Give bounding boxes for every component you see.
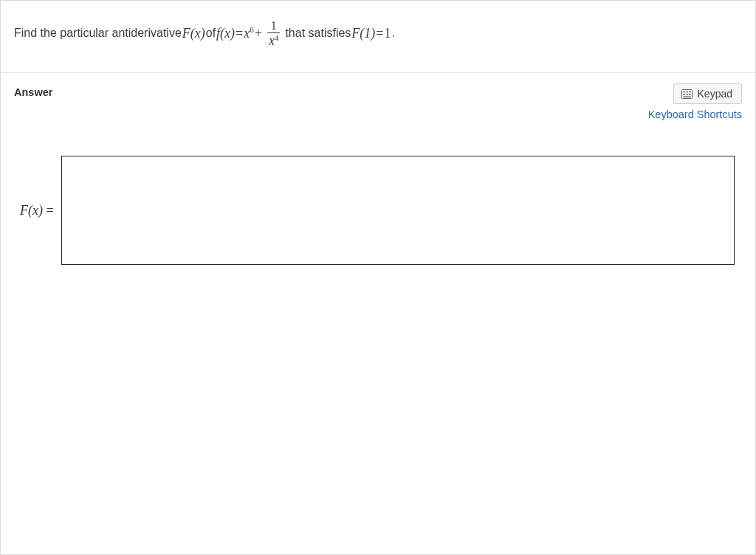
- math-F-of-x: F(x): [182, 24, 205, 43]
- svg-rect-4: [683, 94, 684, 95]
- question-panel: Find the particular antiderivative F(x) …: [1, 1, 755, 73]
- answer-input-prefix: F(x) =: [16, 203, 61, 218]
- math-fraction: 1 x4: [267, 20, 281, 47]
- problem-page: Find the particular antiderivative F(x) …: [0, 0, 756, 555]
- svg-rect-3: [689, 91, 690, 92]
- math-f-of-x: f(x): [216, 24, 235, 43]
- keypad-button[interactable]: Keypad: [673, 83, 742, 104]
- answer-panel: Answer: [1, 73, 755, 278]
- math-one: 1: [384, 24, 391, 43]
- fraction-numerator: 1: [269, 20, 278, 32]
- svg-rect-1: [683, 91, 684, 92]
- question-period: .: [391, 25, 394, 41]
- math-x6: x6: [244, 24, 254, 43]
- svg-rect-6: [689, 94, 690, 95]
- math-equals-1: =: [236, 24, 243, 43]
- keypad-icon: [681, 89, 693, 99]
- math-F-of-1: F(1): [351, 24, 375, 43]
- math-plus: +: [255, 24, 262, 43]
- svg-rect-5: [686, 94, 687, 95]
- keypad-button-label: Keypad: [698, 88, 732, 100]
- answer-input[interactable]: [61, 156, 735, 265]
- question-prefix: Find the particular antiderivative: [14, 25, 182, 41]
- answer-input-row: F(x) =: [14, 156, 742, 265]
- svg-rect-7: [683, 96, 690, 97]
- keyboard-shortcuts-link[interactable]: Keyboard Shortcuts: [648, 108, 742, 120]
- answer-header: Answer: [14, 83, 742, 120]
- svg-rect-2: [686, 91, 687, 92]
- question-mid: that satisfies: [285, 25, 351, 41]
- fraction-denominator: x4: [267, 32, 281, 47]
- math-equals-2: =: [376, 24, 383, 43]
- question-text: Find the particular antiderivative F(x) …: [14, 20, 395, 47]
- question-of: of: [206, 25, 216, 41]
- answer-controls: Keypad Keyboard Shortcuts: [648, 83, 742, 120]
- answer-heading: Answer: [14, 83, 52, 98]
